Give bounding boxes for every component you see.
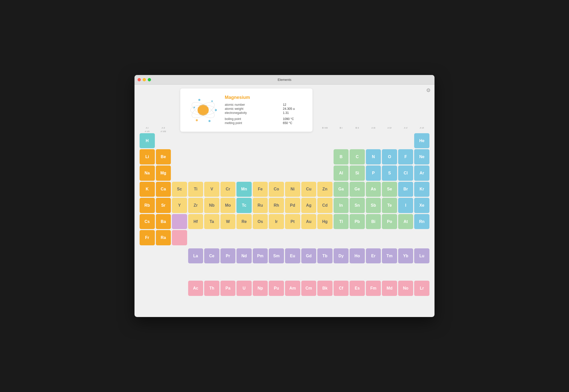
- element-Sr[interactable]: Sr: [156, 198, 171, 213]
- element-Th[interactable]: Th: [204, 281, 219, 296]
- element-He[interactable]: He: [414, 133, 429, 148]
- element-Cd[interactable]: Cd: [317, 198, 333, 213]
- element-P[interactable]: P: [366, 165, 381, 181]
- element-Ge[interactable]: Ge: [350, 182, 365, 197]
- element-Ga[interactable]: Ga: [334, 182, 349, 197]
- element-Rh[interactable]: Rh: [269, 198, 284, 213]
- element-W[interactable]: W: [220, 214, 236, 229]
- element-At[interactable]: At: [398, 214, 413, 229]
- element-Cs[interactable]: Cs: [140, 214, 155, 229]
- element-Zr[interactable]: Zr: [188, 198, 203, 213]
- element-Pu[interactable]: Pu: [269, 281, 284, 296]
- element-Li[interactable]: Li: [140, 149, 155, 164]
- element-Fe[interactable]: Fe: [253, 182, 268, 197]
- maximize-button[interactable]: [148, 78, 151, 81]
- close-button[interactable]: [138, 78, 141, 81]
- element-Fm[interactable]: Fm: [366, 281, 381, 296]
- element-Tm[interactable]: Tm: [382, 248, 397, 264]
- element-Ir[interactable]: Ir: [269, 214, 284, 229]
- element-N[interactable]: N: [366, 149, 381, 164]
- element-Pa[interactable]: Pa: [220, 281, 236, 296]
- element-Fr[interactable]: Fr: [140, 230, 155, 245]
- element-Ni[interactable]: Ni: [285, 182, 300, 197]
- element-Cu[interactable]: Cu: [301, 182, 317, 197]
- element-H[interactable]: H: [140, 133, 155, 148]
- element-In[interactable]: In: [334, 198, 349, 213]
- element-Np[interactable]: Np: [253, 281, 268, 296]
- element-Cl[interactable]: Cl: [398, 165, 413, 181]
- element-Os[interactable]: Os: [253, 214, 268, 229]
- element-Au[interactable]: Au: [301, 214, 317, 229]
- element-Rb[interactable]: Rb: [140, 198, 155, 213]
- element-O[interactable]: O: [382, 149, 397, 164]
- element-Pb[interactable]: Pb: [350, 214, 365, 229]
- element-Tb[interactable]: Tb: [317, 248, 333, 264]
- element-Pm[interactable]: Pm: [253, 248, 268, 264]
- element-Lr[interactable]: Lr: [414, 281, 429, 296]
- element-I[interactable]: I: [398, 198, 413, 213]
- element-Es[interactable]: Es: [350, 281, 365, 296]
- element-Lu[interactable]: Lu: [414, 248, 429, 264]
- element-Hg[interactable]: Hg: [317, 214, 333, 229]
- element-Ce[interactable]: Ce: [204, 248, 219, 264]
- element-Tl[interactable]: Tl: [334, 214, 349, 229]
- element-B[interactable]: B: [334, 149, 349, 164]
- element-Na[interactable]: Na: [140, 165, 155, 181]
- element-Xe[interactable]: Xe: [414, 198, 429, 213]
- element-Am[interactable]: Am: [285, 281, 300, 296]
- element-Nd[interactable]: Nd: [236, 248, 252, 264]
- element-Hf[interactable]: Hf: [188, 214, 203, 229]
- element-V[interactable]: V: [204, 182, 219, 197]
- element-No[interactable]: No: [398, 281, 413, 296]
- element-Ba[interactable]: Ba: [156, 214, 171, 229]
- element-Mg[interactable]: Mg: [156, 165, 171, 181]
- element-actinide-ref[interactable]: [172, 230, 187, 245]
- element-Te[interactable]: Te: [382, 198, 397, 213]
- element-Kr[interactable]: Kr: [414, 182, 429, 197]
- element-Ar[interactable]: Ar: [414, 165, 429, 181]
- element-U[interactable]: U: [236, 281, 252, 296]
- element-As[interactable]: As: [366, 182, 381, 197]
- element-Ag[interactable]: Ag: [301, 198, 317, 213]
- element-Ne[interactable]: Ne: [414, 149, 429, 164]
- element-Cm[interactable]: Cm: [301, 281, 317, 296]
- element-Y[interactable]: Y: [172, 198, 187, 213]
- element-Ra[interactable]: Ra: [156, 230, 171, 245]
- element-C[interactable]: C: [350, 149, 365, 164]
- element-Gd[interactable]: Gd: [301, 248, 317, 264]
- element-Zn[interactable]: Zn: [317, 182, 333, 197]
- element-Re[interactable]: Re: [236, 214, 252, 229]
- element-Er[interactable]: Er: [366, 248, 381, 264]
- element-Be[interactable]: Be: [156, 149, 171, 164]
- element-Sc[interactable]: Sc: [172, 182, 187, 197]
- element-Sb[interactable]: Sb: [366, 198, 381, 213]
- element-Md[interactable]: Md: [382, 281, 397, 296]
- element-Sn[interactable]: Sn: [350, 198, 365, 213]
- element-Nb[interactable]: Nb: [204, 198, 219, 213]
- element-Sm[interactable]: Sm: [269, 248, 284, 264]
- element-Mo[interactable]: Mo: [220, 198, 236, 213]
- element-La[interactable]: La: [188, 248, 203, 264]
- element-Pr[interactable]: Pr: [220, 248, 236, 264]
- element-Si[interactable]: Si: [350, 165, 365, 181]
- element-F[interactable]: F: [398, 149, 413, 164]
- element-Se[interactable]: Se: [382, 182, 397, 197]
- element-Dy[interactable]: Dy: [334, 248, 349, 264]
- element-Bi[interactable]: Bi: [366, 214, 381, 229]
- element-Co[interactable]: Co: [269, 182, 284, 197]
- element-Ho[interactable]: Ho: [350, 248, 365, 264]
- element-Mn[interactable]: Mn: [236, 182, 252, 197]
- element-Rn[interactable]: Rn: [414, 214, 429, 229]
- element-Al[interactable]: Al: [334, 165, 349, 181]
- element-Yb[interactable]: Yb: [398, 248, 413, 264]
- element-Br[interactable]: Br: [398, 182, 413, 197]
- element-Po[interactable]: Po: [382, 214, 397, 229]
- element-K[interactable]: K: [140, 182, 155, 197]
- element-Eu[interactable]: Eu: [285, 248, 300, 264]
- element-Tc[interactable]: Tc: [236, 198, 252, 213]
- element-lanthanide-ref[interactable]: [172, 214, 187, 229]
- element-S[interactable]: S: [382, 165, 397, 181]
- minimize-button[interactable]: [143, 78, 146, 81]
- element-Cr[interactable]: Cr: [220, 182, 236, 197]
- element-Ac[interactable]: Ac: [188, 281, 203, 296]
